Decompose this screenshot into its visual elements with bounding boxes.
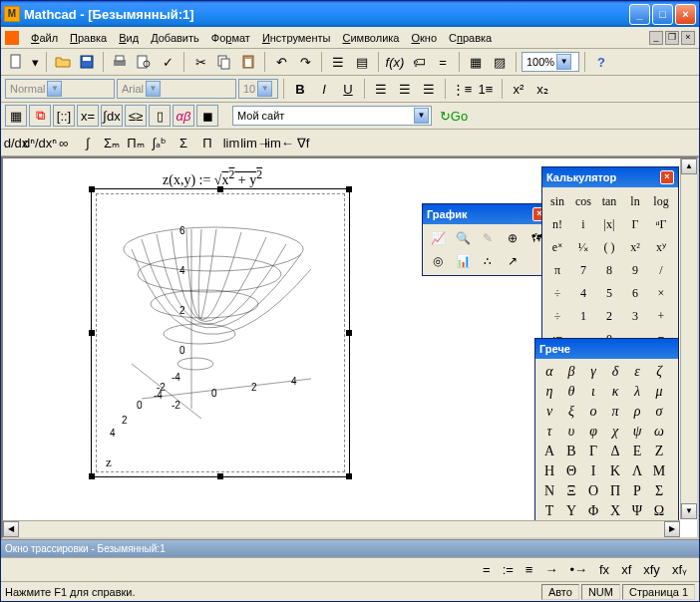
calc-key-9[interactable]: 9 bbox=[623, 259, 647, 281]
italic-button[interactable]: I bbox=[313, 78, 335, 100]
greek-ε[interactable]: ε bbox=[626, 362, 648, 382]
gradient-button[interactable]: ∇f bbox=[292, 132, 314, 153]
calc-key-4[interactable]: 4 bbox=[571, 282, 595, 304]
greek-Ψ[interactable]: Ψ bbox=[626, 501, 648, 521]
undo-button[interactable]: ↶ bbox=[270, 51, 292, 73]
superscript-button[interactable]: x² bbox=[508, 78, 529, 100]
menu-file[interactable]: Файл bbox=[25, 30, 64, 46]
prod-button[interactable]: Π bbox=[196, 132, 218, 153]
eval-op[interactable]: = bbox=[483, 562, 491, 577]
maximize-button[interactable]: □ bbox=[652, 4, 673, 25]
limit-left-button[interactable]: lim← bbox=[268, 132, 290, 153]
menu-window[interactable]: Окно bbox=[405, 30, 443, 46]
greek-palette[interactable]: Грече αβγδεζηθικλμνξοπρστυφχψωΑΒΓΔΕΖΗΘΙΚ… bbox=[534, 338, 679, 525]
greek-α[interactable]: α bbox=[538, 362, 560, 382]
copy-button[interactable] bbox=[213, 51, 235, 73]
preview-button[interactable] bbox=[133, 51, 155, 73]
greek-Δ[interactable]: Δ bbox=[604, 442, 626, 461]
limit-right-button[interactable]: lim→ bbox=[244, 132, 266, 153]
horizontal-scrollbar[interactable]: ◀ ▶ bbox=[3, 520, 680, 537]
vertical-scrollbar[interactable]: ▲ ▼ bbox=[680, 158, 697, 519]
calc-key-÷[interactable]: ÷ bbox=[545, 282, 569, 304]
calc-key-cos[interactable]: cos bbox=[571, 190, 595, 212]
greek-ω[interactable]: ω bbox=[648, 422, 670, 442]
bar-plot-button[interactable]: 📊 bbox=[451, 250, 475, 272]
calc-key-×[interactable]: × bbox=[649, 282, 673, 304]
greek-τ[interactable]: τ bbox=[538, 422, 560, 442]
nth-derivative-button[interactable]: dⁿ/dxⁿ bbox=[29, 132, 51, 153]
fx-button[interactable]: f(x) bbox=[384, 51, 406, 73]
calc-key-8[interactable]: 8 bbox=[597, 259, 621, 281]
zoom-plot-button[interactable]: 🔍 bbox=[451, 227, 475, 249]
calc-key-xʸ[interactable]: xʸ bbox=[649, 236, 673, 258]
calc-key-3[interactable]: 3 bbox=[623, 305, 647, 327]
new-dropdown[interactable]: ▾ bbox=[29, 51, 41, 73]
scatter-plot-button[interactable]: ∴ bbox=[476, 250, 500, 272]
calc-palette-close[interactable]: × bbox=[660, 170, 674, 184]
greek-ν[interactable]: ν bbox=[538, 402, 560, 422]
calc-key-i[interactable]: i bbox=[571, 213, 595, 235]
greek-υ[interactable]: υ bbox=[560, 422, 582, 442]
bullets-button[interactable]: ⋮≡ bbox=[451, 78, 473, 100]
calculator-palette[interactable]: Калькулятор× sincostanlnlogn!i|x|ΓⁿΓeˣ¹⁄… bbox=[541, 166, 679, 354]
sum-m-button[interactable]: Σₘ bbox=[101, 132, 123, 153]
eval-op[interactable]: := bbox=[503, 562, 514, 577]
greek-β[interactable]: β bbox=[560, 362, 582, 382]
calc-palette-title[interactable]: Калькулятор× bbox=[542, 167, 678, 187]
greek-Γ[interactable]: Γ bbox=[582, 442, 604, 461]
greek-Ι[interactable]: Ι bbox=[582, 461, 604, 481]
greek-Η[interactable]: Η bbox=[538, 461, 560, 481]
mdi-minimize[interactable]: _ bbox=[649, 31, 663, 45]
align-button[interactable]: ☰ bbox=[327, 51, 349, 73]
calc-key-x²[interactable]: x² bbox=[623, 236, 647, 258]
align-center-button[interactable]: ☰ bbox=[394, 78, 416, 100]
greek-ψ[interactable]: ψ bbox=[626, 422, 648, 442]
symbolic-palette-button[interactable]: ◼ bbox=[196, 105, 218, 127]
greek-Θ[interactable]: Θ bbox=[560, 461, 582, 481]
calc-key-ln[interactable]: ln bbox=[623, 190, 647, 212]
menu-tools[interactable]: Инструменты bbox=[256, 30, 337, 46]
greek-Ξ[interactable]: Ξ bbox=[560, 481, 582, 501]
close-button[interactable]: × bbox=[675, 4, 696, 25]
programming-palette-button[interactable]: ▯ bbox=[149, 105, 171, 127]
integral-button[interactable]: ∫ bbox=[77, 132, 99, 153]
greek-Α[interactable]: Α bbox=[538, 442, 560, 461]
print-button[interactable] bbox=[109, 51, 131, 73]
greek-Τ[interactable]: Τ bbox=[538, 501, 560, 521]
new-button[interactable] bbox=[5, 51, 27, 73]
greek-π[interactable]: π bbox=[604, 402, 626, 422]
boolean-palette-button[interactable]: ≤≥ bbox=[125, 105, 147, 127]
menu-help[interactable]: Справка bbox=[443, 30, 498, 46]
calc-key-6[interactable]: 6 bbox=[623, 282, 647, 304]
greek-Λ[interactable]: Λ bbox=[626, 461, 648, 481]
greek-Φ[interactable]: Φ bbox=[582, 501, 604, 521]
eval-palette-button[interactable]: x= bbox=[77, 105, 99, 127]
calculator-palette-button[interactable]: ▦ bbox=[5, 105, 27, 127]
calc-key-÷[interactable]: ÷ bbox=[545, 305, 569, 327]
contour-plot-button[interactable]: ◎ bbox=[426, 250, 450, 272]
greek-ι[interactable]: ι bbox=[582, 382, 604, 402]
go-button[interactable]: ↻Go bbox=[434, 105, 474, 127]
menu-insert[interactable]: Добавить bbox=[145, 30, 205, 46]
size-combo[interactable]: 10▼ bbox=[238, 79, 278, 99]
eval-op[interactable]: xfᵧ bbox=[672, 562, 687, 577]
calc-key-sin[interactable]: sin bbox=[545, 190, 569, 212]
greek-ο[interactable]: ο bbox=[582, 402, 604, 422]
graph-palette-title[interactable]: График× bbox=[423, 204, 550, 224]
greek-η[interactable]: η bbox=[538, 382, 560, 402]
greek-λ[interactable]: λ bbox=[626, 382, 648, 402]
component2-button[interactable]: ▨ bbox=[489, 51, 511, 73]
greek-ζ[interactable]: ζ bbox=[648, 362, 670, 382]
def-integral-button[interactable]: ∫ₐᵇ bbox=[149, 132, 171, 153]
plot-region[interactable]: 6420 024 -2-4 024 -2-4 z bbox=[91, 188, 350, 477]
align-left-button[interactable]: ☰ bbox=[370, 78, 392, 100]
align2-button[interactable]: ▤ bbox=[351, 51, 373, 73]
graph-palette-button[interactable]: ⧉ bbox=[29, 105, 51, 127]
subscript-button[interactable]: x₂ bbox=[531, 78, 553, 100]
greek-Ω[interactable]: Ω bbox=[648, 501, 670, 521]
formula-region[interactable]: z(x,y) := √x2 + y2 bbox=[163, 168, 262, 188]
greek-θ[interactable]: θ bbox=[560, 382, 582, 402]
cut-button[interactable]: ✂ bbox=[189, 51, 211, 73]
greek-γ[interactable]: γ bbox=[582, 362, 604, 382]
calc-key-¹⁄ₓ[interactable]: ¹⁄ₓ bbox=[571, 236, 595, 258]
